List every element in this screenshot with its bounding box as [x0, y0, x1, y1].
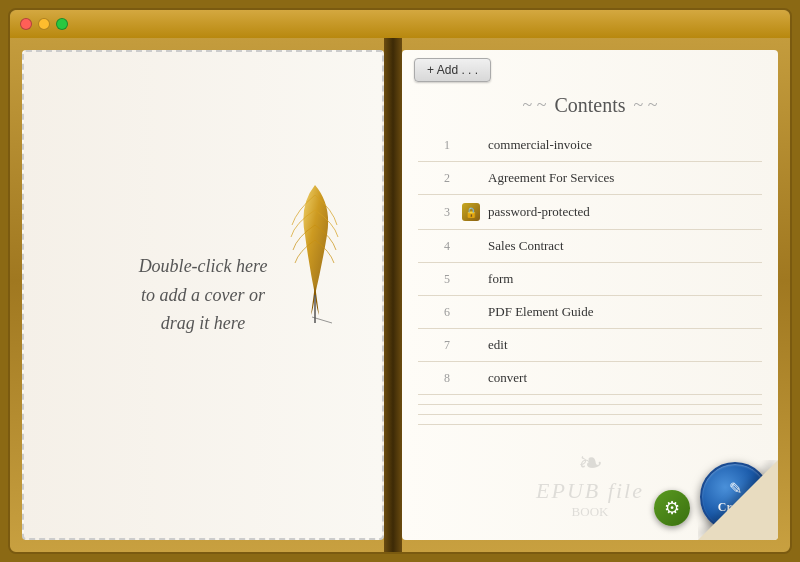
toc-item-number: 3 — [422, 205, 450, 220]
epub-text: EPUB file — [536, 478, 644, 504]
toc-list[interactable]: 1commercial-invoice2Agreement For Servic… — [402, 129, 778, 450]
deco-flowers-icon: ❧ — [578, 445, 603, 480]
book-pages: Double-click here to add a cover or drag… — [10, 38, 790, 552]
title-bar — [10, 10, 790, 38]
toc-item-number: 7 — [422, 338, 450, 353]
toc-item[interactable]: 5form — [418, 263, 762, 296]
toc-item[interactable]: 2Agreement For Services — [418, 162, 762, 195]
settings-button[interactable]: ⚙ — [654, 490, 690, 526]
toc-item-name: commercial-invoice — [488, 137, 592, 153]
toc-item-number: 4 — [422, 239, 450, 254]
toc-item-name: PDF Element Guide — [488, 304, 593, 320]
lock-icon: 🔒 — [462, 203, 480, 221]
swash-left-icon: ~ ~ — [522, 95, 546, 116]
toc-item[interactable]: 4Sales Contract — [418, 230, 762, 263]
add-button[interactable]: + Add . . . — [414, 58, 491, 82]
toc-item[interactable]: 8convert — [418, 362, 762, 395]
toc-item[interactable]: 7edit — [418, 329, 762, 362]
minimize-button[interactable] — [38, 18, 50, 30]
toc-item-name: form — [488, 271, 513, 287]
toc-item[interactable]: 6PDF Element Guide — [418, 296, 762, 329]
epub-watermark: EPUB file BOOK — [536, 478, 644, 520]
cover-instructions[interactable]: Double-click here to add a cover or drag… — [139, 252, 268, 338]
toc-item-name: Sales Contract — [488, 238, 563, 254]
cover-text: Double-click here to add a cover or drag… — [139, 256, 268, 334]
toc-item-name: convert — [488, 370, 527, 386]
maximize-button[interactable] — [56, 18, 68, 30]
toc-item-name: password-protected — [488, 204, 590, 220]
contents-title: Contents — [554, 94, 625, 117]
toc-item-number: 1 — [422, 138, 450, 153]
swash-right-icon: ~ ~ — [634, 95, 658, 116]
contents-header: ~ ~ Contents ~ ~ — [402, 94, 778, 117]
page-bottom: ❧ EPUB file BOOK ⚙ ✎ Create — [402, 450, 778, 540]
toc-spacer — [418, 395, 762, 405]
toc-item-name: edit — [488, 337, 508, 353]
toc-item[interactable]: 3🔒password-protected — [418, 195, 762, 230]
toc-item[interactable]: 1commercial-invoice — [418, 129, 762, 162]
book-frame: Double-click here to add a cover or drag… — [8, 8, 792, 554]
toc-item-number: 5 — [422, 272, 450, 287]
page-curl — [698, 460, 778, 540]
toc-item-number: 6 — [422, 305, 450, 320]
gear-icon: ⚙ — [664, 497, 680, 519]
toc-item-number: 2 — [422, 171, 450, 186]
add-button-area: + Add . . . — [402, 50, 778, 90]
toc-spacer — [418, 415, 762, 425]
epub-subtext: BOOK — [536, 504, 644, 520]
toc-spacer — [418, 405, 762, 415]
feather-icon — [277, 175, 352, 325]
toc-item-number: 8 — [422, 371, 450, 386]
toc-item-name: Agreement For Services — [488, 170, 614, 186]
left-page[interactable]: Double-click here to add a cover or drag… — [22, 50, 384, 540]
right-page: + Add . . . ~ ~ Contents ~ ~ 1commercial… — [402, 50, 778, 540]
book-spine — [384, 38, 402, 552]
close-button[interactable] — [20, 18, 32, 30]
